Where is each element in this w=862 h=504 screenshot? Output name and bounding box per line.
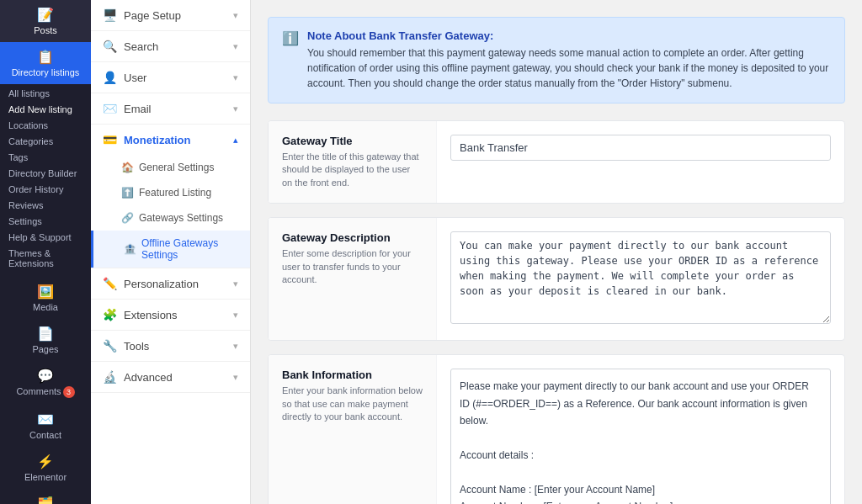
page-setup-icon: 🖥️ (103, 8, 117, 22)
advanced-icon: 🔬 (103, 370, 117, 384)
submenu-section-extensions: 🧩 Extensions ▾ (91, 300, 250, 331)
sidebar-sub-directory-builder[interactable]: Directory Builder (0, 164, 91, 180)
submenu-item-gateways-settings[interactable]: 🔗 Gateways Settings (91, 205, 250, 231)
sidebar-sub-categories[interactable]: Categories (0, 132, 91, 148)
sidebar-sub-order-history[interactable]: Order History (0, 180, 91, 196)
tools-submenu-icon: 🔧 (103, 339, 117, 353)
chevron-down-icon-2: ▾ (233, 41, 238, 52)
sidebar-item-templates[interactable]: 🗂️ Templates (0, 489, 91, 504)
sidebar-item-elementor[interactable]: ⚡ Elementor (0, 447, 91, 489)
sidebar-item-directory[interactable]: 📋 Directory listings (0, 42, 91, 84)
email-icon: ✉️ (103, 102, 117, 115)
submenu-header-tools[interactable]: 🔧 Tools ▾ (91, 331, 250, 361)
user-icon: 👤 (103, 71, 117, 84)
sidebar-sub-all-listings[interactable]: All listings (0, 84, 91, 100)
bank-information-input-col: Please make your payment directly to our… (437, 355, 844, 504)
chevron-up-icon: ▴ (233, 135, 238, 146)
gateway-description-label: Gateway Description (282, 231, 423, 244)
chevron-down-icon-5: ▾ (233, 279, 238, 289)
submenu-section-page-setup: 🖥️ Page Setup ▾ (91, 0, 250, 31)
gateway-title-input[interactable] (450, 135, 831, 161)
bank-information-label: Bank Information (282, 369, 423, 381)
chevron-down-icon: ▾ (233, 10, 238, 21)
gateways-settings-icon: 🔗 (121, 212, 134, 224)
media-icon: 🖼️ (37, 284, 54, 300)
extensions-icon: 🧩 (103, 308, 117, 321)
featured-listing-icon: ⬆️ (121, 187, 134, 199)
gateway-description-textarea[interactable]: You can make your payment directly to ou… (450, 231, 831, 324)
templates-icon: 🗂️ (37, 496, 54, 504)
form-row-bank-information: Bank Information Enter your bank informa… (269, 355, 844, 504)
submenu-section-user: 👤 User ▾ (91, 62, 250, 93)
sidebar-sub-settings[interactable]: Settings (0, 212, 91, 228)
sidebar-item-comments[interactable]: 💬 Comments3 (0, 361, 91, 405)
personalization-icon: ✏️ (103, 277, 117, 290)
sidebar-sub-locations[interactable]: Locations (0, 116, 91, 132)
gateway-title-label: Gateway Title (282, 135, 423, 147)
submenu-header-monetization[interactable]: 💳 Monetization ▴ (91, 125, 250, 155)
gateway-title-desc: Enter the title of this gateway that sho… (282, 151, 423, 189)
submenu-header-personalization[interactable]: ✏️ Personalization ▾ (91, 268, 250, 299)
bank-information-label-col: Bank Information Enter your bank informa… (269, 355, 437, 504)
main-content: ℹ️ Note About Bank Transfer Gateway: You… (251, 0, 862, 504)
submenu-section-personalization: ✏️ Personalization ▾ (91, 268, 250, 300)
sidebar-sub-add-new-listing[interactable]: Add New listing (0, 100, 91, 116)
info-icon: ℹ️ (282, 30, 299, 46)
note-box: ℹ️ Note About Bank Transfer Gateway: You… (268, 17, 845, 103)
gateway-title-input-col (437, 121, 844, 203)
note-text: You should remember that this payment ga… (307, 45, 831, 91)
submenu-panel: 🖥️ Page Setup ▾ 🔍 Search ▾ 👤 User ▾ ✉️ E… (91, 0, 251, 504)
sidebar-sub-themes-extensions[interactable]: Themes & Extensions (0, 244, 91, 270)
submenu-item-general-settings[interactable]: 🏠 General Settings (91, 155, 250, 180)
submenu-section-email: ✉️ Email ▾ (91, 93, 250, 125)
chevron-down-icon-8: ▾ (233, 372, 238, 383)
directory-icon: 📋 (37, 49, 54, 65)
submenu-header-email[interactable]: ✉️ Email ▾ (91, 93, 250, 124)
submenu-header-advanced[interactable]: 🔬 Advanced ▾ (91, 362, 250, 392)
bank-info-text: Please make your payment directly to our… (460, 378, 822, 504)
submenu-section-tools: 🔧 Tools ▾ (91, 331, 250, 362)
offline-gateways-icon: 🏦 (124, 243, 136, 255)
bank-info-box[interactable]: Please make your payment directly to our… (450, 369, 831, 504)
chevron-down-icon-7: ▾ (233, 341, 238, 352)
comments-icon: 💬 (37, 368, 54, 384)
gateway-description-label-col: Gateway Description Enter some descripti… (269, 218, 437, 340)
form-row-gateway-description: Gateway Description Enter some descripti… (269, 218, 844, 340)
submenu-section-monetization: 💳 Monetization ▴ 🏠 General Settings ⬆️ F… (91, 125, 250, 268)
elementor-icon: ⚡ (37, 454, 54, 470)
sidebar: 📝 Posts 📋 Directory listings All listing… (0, 0, 91, 504)
sidebar-sub-reviews[interactable]: Reviews (0, 196, 91, 212)
submenu-header-page-setup[interactable]: 🖥️ Page Setup ▾ (91, 0, 250, 30)
submenu-section-search: 🔍 Search ▾ (91, 31, 250, 62)
gateway-description-desc: Enter some description for your user to … (282, 247, 423, 286)
contact-icon: ✉️ (37, 411, 54, 427)
form-section-bank-information: Bank Information Enter your bank informa… (268, 354, 845, 504)
chevron-down-icon-3: ▾ (233, 72, 238, 83)
sidebar-sub-help-support[interactable]: Help & Support (0, 228, 91, 244)
posts-icon: 📝 (37, 7, 54, 23)
bank-information-desc: Enter your bank information below so tha… (282, 385, 423, 423)
form-section-gateway-title: Gateway Title Enter the title of this ga… (268, 120, 845, 204)
submenu-section-advanced: 🔬 Advanced ▾ (91, 362, 250, 393)
monetization-icon: 💳 (103, 133, 117, 146)
form-row-gateway-title: Gateway Title Enter the title of this ga… (269, 121, 844, 203)
sidebar-sub-tags[interactable]: Tags (0, 148, 91, 164)
sidebar-item-media[interactable]: 🖼️ Media (0, 277, 91, 319)
gateway-title-label-col: Gateway Title Enter the title of this ga… (269, 121, 437, 203)
form-section-gateway-description: Gateway Description Enter some descripti… (268, 217, 845, 341)
chevron-down-icon-6: ▾ (233, 310, 238, 321)
sidebar-item-posts[interactable]: 📝 Posts (0, 0, 91, 42)
sidebar-item-pages[interactable]: 📄 Pages (0, 319, 91, 361)
gateway-description-input-col: You can make your payment directly to ou… (437, 218, 844, 340)
search-icon: 🔍 (103, 40, 117, 53)
pages-icon: 📄 (37, 326, 54, 342)
submenu-header-user[interactable]: 👤 User ▾ (91, 62, 250, 93)
submenu-header-search[interactable]: 🔍 Search ▾ (91, 31, 250, 61)
submenu-item-featured-listing[interactable]: ⬆️ Featured Listing (91, 180, 250, 205)
submenu-header-extensions[interactable]: 🧩 Extensions ▾ (91, 300, 250, 330)
submenu-item-offline-gateways[interactable]: 🏦 Offline Gateways Settings (91, 231, 250, 268)
sidebar-item-contact[interactable]: ✉️ Contact (0, 405, 91, 447)
note-title: Note About Bank Transfer Gateway: (307, 29, 831, 42)
general-settings-icon: 🏠 (121, 162, 134, 173)
chevron-down-icon-4: ▾ (233, 103, 238, 114)
